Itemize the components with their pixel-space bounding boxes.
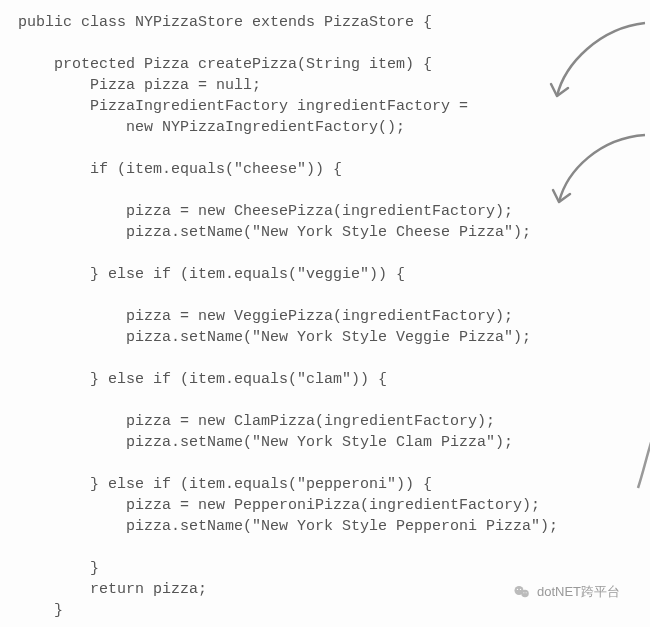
code-line: PizzaIngredientFactory ingredientFactory…: [18, 98, 468, 115]
code-line: return pizza;: [18, 581, 207, 598]
code-block: public class NYPizzaStore extends PizzaS…: [18, 12, 650, 621]
code-line: pizza = new VeggiePizza(ingredientFactor…: [18, 308, 513, 325]
code-line: } else if (item.equals("pepperoni")) {: [18, 476, 432, 493]
code-line: pizza = new PepperoniPizza(ingredientFac…: [18, 497, 540, 514]
svg-point-5: [526, 592, 527, 593]
code-line: pizza.setName("New York Style Pepperoni …: [18, 518, 558, 535]
code-line: if (item.equals("cheese")) {: [18, 161, 342, 178]
code-line: }: [18, 560, 99, 577]
code-line: pizza = new CheesePizza(ingredientFactor…: [18, 203, 513, 220]
code-line: pizza.setName("New York Style Clam Pizza…: [18, 434, 513, 451]
watermark-text: dotNET跨平台: [537, 583, 620, 601]
code-line: } else if (item.equals("veggie")) {: [18, 266, 405, 283]
svg-point-1: [521, 590, 529, 598]
code-line: } else if (item.equals("clam")) {: [18, 371, 387, 388]
svg-point-3: [520, 589, 521, 590]
svg-point-2: [517, 589, 518, 590]
watermark: dotNET跨平台: [513, 583, 620, 601]
code-line: public class NYPizzaStore extends PizzaS…: [18, 14, 432, 31]
code-line: pizza = new ClamPizza(ingredientFactory)…: [18, 413, 495, 430]
code-line: pizza.setName("New York Style Cheese Piz…: [18, 224, 531, 241]
svg-point-4: [523, 592, 524, 593]
code-line: }: [18, 602, 63, 619]
code-line: Pizza pizza = null;: [18, 77, 261, 94]
wechat-icon: [513, 583, 531, 601]
code-line: protected Pizza createPizza(String item)…: [18, 56, 432, 73]
code-line: pizza.setName("New York Style Veggie Piz…: [18, 329, 531, 346]
code-line: new NYPizzaIngredientFactory();: [18, 119, 405, 136]
